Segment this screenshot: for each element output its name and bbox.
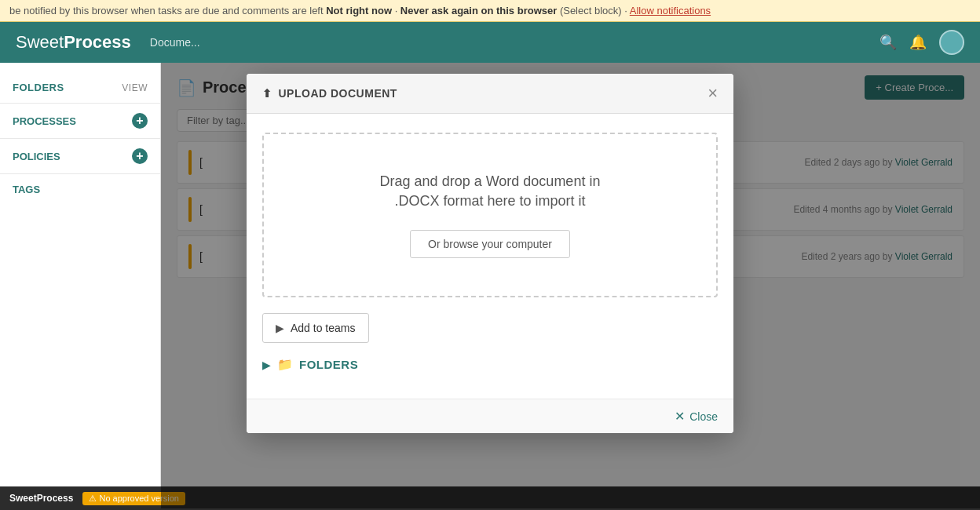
sidebar-processes-add-btn[interactable]: + (132, 113, 148, 129)
close-link-label: Close (689, 410, 718, 423)
add-to-teams-button[interactable]: ▶ Add to teams (262, 313, 369, 343)
modal-title-text: UPLOAD DOCUMENT (279, 87, 397, 100)
folders-row[interactable]: ▶ 📁 FOLDERS (262, 352, 718, 377)
drop-zone-line2: .DOCX format here to import it (394, 193, 585, 209)
app-background: be notified by this browser when tasks a… (0, 0, 980, 510)
browse-computer-button[interactable]: Or browse your computer (410, 230, 570, 258)
brand-light: Sweet (16, 32, 64, 52)
notif-text: be notified by this browser when tasks a… (9, 5, 324, 16)
content-area: 📄 Procedures + Create Proce... [ Edited … (161, 63, 980, 508)
sidebar-section-folders: FOLDERS VIEW PROCESSES + POLICIES + TAGS (0, 75, 160, 202)
notif-never-ask[interactable]: Never ask again on this browser (400, 5, 557, 16)
brand-logo: SweetProcess (16, 32, 131, 53)
modal-header: ⬆ UPLOAD DOCUMENT × (247, 74, 733, 114)
bottom-brand: SweetProcess (9, 493, 73, 504)
nav-icons: 🔍 🔔 (879, 30, 964, 55)
modal-close-button[interactable]: × (708, 85, 718, 102)
notif-paren: (Select block) (560, 5, 622, 16)
sidebar-policies-add-btn[interactable]: + (132, 148, 148, 164)
sidebar-processes-label: PROCESSES (13, 115, 76, 127)
bell-icon[interactable]: 🔔 (909, 34, 927, 51)
sidebar-tags-label: TAGS (13, 184, 40, 195)
notification-bar: be notified by this browser when tasks a… (0, 0, 980, 22)
close-x-icon: ✕ (675, 409, 685, 424)
search-icon[interactable]: 🔍 (879, 34, 897, 51)
modal-body: Drag and drop a Word document in .DOCX f… (247, 114, 733, 399)
sidebar-policies-label: POLICIES (13, 151, 60, 162)
sidebar-divider-2 (0, 138, 160, 139)
sidebar-folders-view[interactable]: VIEW (122, 82, 148, 93)
notif-allow-link[interactable]: Allow notifications (630, 5, 711, 16)
sidebar-header-folders: FOLDERS VIEW (0, 75, 160, 100)
sidebar-divider-1 (0, 103, 160, 104)
modal-title: ⬆ UPLOAD DOCUMENT (262, 87, 397, 100)
sidebar-divider-3 (0, 173, 160, 174)
add-teams-label: Add to teams (291, 322, 356, 334)
nav-documents-link[interactable]: Docume... (150, 36, 200, 49)
top-nav: SweetProcess Docume... 🔍 🔔 (0, 22, 980, 63)
sidebar-item-processes[interactable]: PROCESSES + (0, 107, 160, 135)
chevron-right-icon: ▶ (262, 359, 271, 371)
drop-zone-line1: Drag and drop a Word document in (380, 173, 601, 189)
sidebar-item-tags[interactable]: TAGS (0, 177, 160, 202)
upload-document-modal: ⬆ UPLOAD DOCUMENT × Drag and drop a Word… (247, 74, 733, 433)
sidebar-item-policies[interactable]: POLICIES + (0, 142, 160, 170)
drop-zone-text: Drag and drop a Word document in .DOCX f… (280, 172, 700, 211)
notif-not-right-now[interactable]: Not right now (326, 5, 392, 16)
sidebar: FOLDERS VIEW PROCESSES + POLICIES + TAGS (0, 63, 161, 508)
folder-icon: 📁 (277, 357, 293, 372)
modal-footer: ✕ Close (247, 399, 733, 433)
modal-close-link-button[interactable]: ✕ Close (675, 409, 718, 424)
drop-zone[interactable]: Drag and drop a Word document in .DOCX f… (262, 133, 718, 297)
chevron-right-icon: ▶ (276, 322, 284, 334)
sidebar-folders-label: FOLDERS (13, 82, 64, 93)
avatar[interactable] (939, 30, 964, 55)
upload-icon: ⬆ (262, 87, 272, 100)
folders-label: FOLDERS (299, 358, 358, 371)
modal-overlay: ⬆ UPLOAD DOCUMENT × Drag and drop a Word… (161, 63, 980, 508)
main-layout: FOLDERS VIEW PROCESSES + POLICIES + TAGS (0, 63, 980, 508)
brand-bold: Process (64, 32, 131, 52)
